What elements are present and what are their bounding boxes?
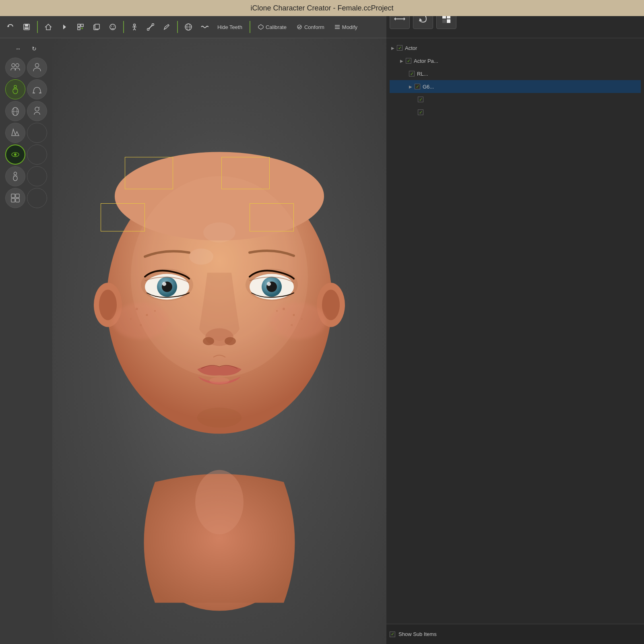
svg-point-21 xyxy=(147,29,149,31)
svg-marker-33 xyxy=(394,17,396,21)
actor-arrow: ▶ xyxy=(391,46,394,50)
svg-rect-61 xyxy=(11,198,15,202)
show-sub-items-label: Show Sub Items xyxy=(398,631,437,637)
edit-tool-button[interactable] xyxy=(159,20,174,34)
conform-button[interactable]: Conform xyxy=(292,21,328,33)
svg-point-40 xyxy=(12,64,15,67)
left-sidebar: ↔ ↻ xyxy=(0,38,52,644)
people-dual-button[interactable] xyxy=(5,58,25,78)
svg-point-93 xyxy=(293,314,295,316)
tree-item-rl[interactable]: RL... xyxy=(390,67,641,80)
save-small-button[interactable] xyxy=(19,20,34,34)
tree-item-sub2[interactable] xyxy=(390,106,641,119)
separator-1 xyxy=(37,21,38,33)
toolbar: + Hide Teeth Calibrate Conform Modify xyxy=(0,16,386,38)
svg-point-99 xyxy=(189,249,213,265)
svg-marker-34 xyxy=(404,17,405,21)
face-emoji-button[interactable] xyxy=(105,20,120,34)
svg-point-91 xyxy=(140,324,142,326)
texture-button[interactable] xyxy=(5,123,25,143)
conform-label: Conform xyxy=(304,24,324,30)
wave-button[interactable] xyxy=(197,20,212,34)
svg-rect-39 xyxy=(447,19,450,23)
separator-2 xyxy=(123,21,124,33)
body-shape-button[interactable] xyxy=(5,79,25,99)
title-bar: iClone Character Creator - Female.ccProj… xyxy=(0,0,644,16)
tree-item-g6[interactable]: ▶ G6... xyxy=(390,80,641,93)
body2-button[interactable] xyxy=(5,166,25,186)
undo-button[interactable] xyxy=(3,20,18,34)
show-sub-items-checkbox[interactable] xyxy=(390,632,395,637)
window-title: iClone Character Creator - Female.ccProj… xyxy=(250,4,393,12)
svg-point-41 xyxy=(16,64,19,67)
copy-button[interactable] xyxy=(89,20,104,34)
svg-rect-38 xyxy=(442,19,446,23)
right-panel-bottom: Show Sub Items xyxy=(386,624,644,644)
modify-label: Modify xyxy=(342,24,357,30)
body-tool-button[interactable] xyxy=(127,20,142,34)
body-omega-button[interactable] xyxy=(27,79,47,99)
svg-point-97 xyxy=(209,378,229,384)
svg-rect-59 xyxy=(11,194,15,198)
svg-point-96 xyxy=(291,324,293,326)
sub1-checkbox[interactable] xyxy=(418,97,423,102)
calibrate-button[interactable]: Calibrate xyxy=(254,21,291,33)
svg-point-56 xyxy=(14,172,17,175)
arrow-button[interactable] xyxy=(57,20,72,34)
tree-item-actor-part[interactable]: ▶ Actor Pa... xyxy=(390,54,641,67)
svg-point-64 xyxy=(195,470,244,535)
svg-point-24 xyxy=(151,25,153,27)
svg-point-95 xyxy=(276,310,278,312)
circle-btn-3[interactable] xyxy=(27,166,47,186)
face-mesh-button[interactable] xyxy=(5,101,25,121)
circle-btn-1[interactable] xyxy=(27,123,47,143)
sub2-checkbox[interactable] xyxy=(418,109,423,115)
svg-point-44 xyxy=(13,88,18,94)
tree-item-actor[interactable]: ▶ Actor xyxy=(390,41,641,54)
svg-point-13 xyxy=(111,26,112,27)
svg-point-87 xyxy=(136,308,138,310)
svg-point-22 xyxy=(152,24,154,26)
svg-point-43 xyxy=(14,85,17,88)
svg-rect-6 xyxy=(78,24,80,27)
svg-marker-4 xyxy=(45,24,51,30)
add-grid-button[interactable]: + xyxy=(73,20,88,34)
eye-button[interactable] xyxy=(5,144,25,165)
person-single-button[interactable] xyxy=(27,58,47,78)
separator-3 xyxy=(177,21,178,33)
svg-marker-5 xyxy=(63,25,66,29)
accessories-button[interactable] xyxy=(5,188,25,208)
character-face xyxy=(52,38,386,644)
person-detail-button[interactable] xyxy=(27,101,47,121)
actor-checkbox[interactable] xyxy=(397,45,402,51)
home-button[interactable] xyxy=(41,20,56,34)
g6-checkbox[interactable] xyxy=(415,84,420,89)
svg-marker-35 xyxy=(419,18,422,21)
svg-point-92 xyxy=(283,308,285,310)
circle-btn-4[interactable] xyxy=(27,188,47,208)
expand-button[interactable]: ↔ xyxy=(11,41,25,56)
bone-tool-button[interactable] xyxy=(143,20,158,34)
refresh-button[interactable]: ↻ xyxy=(27,41,41,56)
sidebar-body-row xyxy=(2,79,51,99)
actor-part-checkbox[interactable] xyxy=(406,58,411,64)
svg-point-23 xyxy=(149,28,150,29)
circle-btn-2[interactable] xyxy=(27,144,47,165)
svg-line-19 xyxy=(134,29,136,30)
calibrate-label: Calibrate xyxy=(266,24,287,30)
viewport xyxy=(52,38,386,644)
hide-teeth-label: Hide Teeth xyxy=(217,24,242,30)
rl-checkbox[interactable] xyxy=(409,71,415,76)
svg-text:+: + xyxy=(81,26,83,31)
hide-teeth-button[interactable]: Hide Teeth xyxy=(213,21,246,33)
sidebar-face-row xyxy=(2,101,51,121)
sidebar-accessories-row xyxy=(2,188,51,208)
sidebar-texture-row xyxy=(2,123,51,143)
svg-rect-11 xyxy=(95,24,99,29)
svg-point-88 xyxy=(146,314,148,316)
globe-button[interactable] xyxy=(181,20,196,34)
modify-button[interactable]: Modify xyxy=(330,21,361,33)
sidebar-body2-row xyxy=(2,166,51,186)
g6-arrow: ▶ xyxy=(409,85,412,89)
tree-item-sub1[interactable] xyxy=(390,93,641,106)
